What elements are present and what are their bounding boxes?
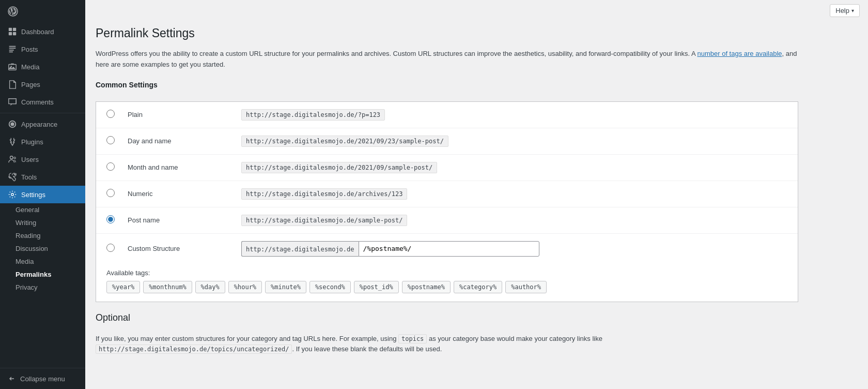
collapse-label: Collapse menu xyxy=(20,375,65,383)
permalink-option-month-and-name: Month and name http://stage.digitalesmoj… xyxy=(96,154,798,181)
appearance-icon xyxy=(8,119,17,129)
settings-icon xyxy=(8,190,17,199)
available-tags-label: Available tags: xyxy=(106,269,787,277)
tags-link[interactable]: number of tags are available xyxy=(697,50,782,57)
help-button[interactable]: Help ▾ xyxy=(830,4,860,17)
tools-icon xyxy=(8,172,17,182)
tag-hour[interactable]: %hour% xyxy=(228,281,262,293)
day-and-name-radio[interactable] xyxy=(106,136,115,144)
tag-day[interactable]: %day% xyxy=(195,281,225,293)
plain-label: Plain xyxy=(117,102,231,128)
sidebar-item-label: Users xyxy=(21,156,39,163)
day-and-name-url: http://stage.digitalesmojo.de/2021/09/23… xyxy=(241,136,448,147)
posts-icon xyxy=(8,44,17,54)
sidebar-item-dashboard[interactable]: Dashboard xyxy=(0,23,85,40)
post-name-label: Post name xyxy=(117,207,231,233)
permalink-option-post-name: Post name http://stage.digitalesmojo.de/… xyxy=(96,207,798,233)
numeric-radio[interactable] xyxy=(106,189,115,197)
post-name-radio[interactable] xyxy=(106,215,115,223)
main-content: Help ▾ Permalink Settings WordPress offe… xyxy=(85,0,868,389)
sidebar-item-appearance[interactable]: Appearance xyxy=(0,115,85,133)
submenu-item-permalinks[interactable]: Permalinks xyxy=(0,268,85,281)
svg-rect-2 xyxy=(13,28,16,31)
plugins-icon xyxy=(8,137,17,146)
sidebar-item-label: Posts xyxy=(21,46,38,53)
sidebar-item-label: Tools xyxy=(21,173,37,181)
svg-rect-1 xyxy=(9,28,12,31)
custom-structure-input[interactable] xyxy=(359,241,539,257)
sidebar-item-users[interactable]: Users xyxy=(0,151,85,168)
tag-second[interactable]: %second% xyxy=(309,281,351,293)
settings-submenu: General Writing Reading Discussion Media… xyxy=(0,203,85,294)
custom-prefix: http://stage.digitalesmojo.de xyxy=(241,241,359,257)
plain-radio[interactable] xyxy=(106,110,115,118)
post-name-url: http://stage.digitalesmojo.de/sample-pos… xyxy=(241,215,407,226)
sidebar-item-settings[interactable]: Settings xyxy=(0,186,85,203)
day-and-name-label: Day and name xyxy=(117,128,231,154)
pages-icon xyxy=(8,80,17,89)
sidebar-item-label: Comments xyxy=(21,98,54,106)
submenu-item-writing[interactable]: Writing xyxy=(0,216,85,229)
tag-postname[interactable]: %postname% xyxy=(402,281,451,293)
svg-rect-4 xyxy=(13,32,16,35)
svg-rect-5 xyxy=(9,65,16,70)
permalink-options-table: Plain http://stage.digitalesmojo.de/?p=1… xyxy=(96,102,798,264)
plain-url: http://stage.digitalesmojo.de/?p=123 xyxy=(241,109,385,121)
month-and-name-url: http://stage.digitalesmojo.de/2021/09/sa… xyxy=(241,162,437,173)
permalink-option-plain: Plain http://stage.digitalesmojo.de/?p=1… xyxy=(96,102,798,128)
month-and-name-label: Month and name xyxy=(117,154,231,181)
collapse-menu-button[interactable]: Collapse menu xyxy=(0,368,85,389)
dashboard-icon xyxy=(8,27,17,36)
sidebar-item-media[interactable]: Media xyxy=(0,58,85,76)
common-settings-section: Plain http://stage.digitalesmojo.de/?p=1… xyxy=(96,101,798,302)
submenu-item-reading[interactable]: Reading xyxy=(0,229,85,242)
tag-year[interactable]: %year% xyxy=(106,281,140,293)
optional-description: If you like, you may enter custom struct… xyxy=(96,334,798,355)
collapse-icon xyxy=(8,375,16,383)
page-content: Permalink Settings WordPress offers you … xyxy=(85,21,809,370)
svg-point-8 xyxy=(14,157,16,159)
svg-rect-3 xyxy=(9,32,12,35)
tag-author[interactable]: %author% xyxy=(505,281,547,293)
custom-label: Custom Structure xyxy=(117,233,231,264)
sidebar-item-label: Plugins xyxy=(21,138,43,146)
svg-point-9 xyxy=(11,193,14,196)
permalink-option-day-and-name: Day and name http://stage.digitalesmojo.… xyxy=(96,128,798,154)
url-inline-code: http://stage.digitalesmojo.de/topics/unc… xyxy=(96,345,292,354)
optional-title: Optional xyxy=(96,312,798,327)
permalink-option-numeric: Numeric http://stage.digitalesmojo.de/ar… xyxy=(96,181,798,207)
sidebar-item-label: Appearance xyxy=(21,121,57,128)
sidebar-item-plugins[interactable]: Plugins xyxy=(0,133,85,151)
sidebar-item-posts[interactable]: Posts xyxy=(0,40,85,58)
submenu-item-media[interactable]: Media xyxy=(0,255,85,268)
tag-minute[interactable]: %minute% xyxy=(265,281,306,293)
tag-category[interactable]: %category% xyxy=(454,281,502,293)
numeric-label: Numeric xyxy=(117,181,231,207)
custom-radio[interactable] xyxy=(106,244,115,252)
comments-icon xyxy=(8,97,17,107)
permalink-option-custom: Custom Structure http://stage.digitalesm… xyxy=(96,233,798,264)
sidebar-logo xyxy=(0,0,85,23)
tag-monthnum[interactable]: %monthnum% xyxy=(143,281,192,293)
numeric-url: http://stage.digitalesmojo.de/archives/1… xyxy=(241,188,407,200)
submenu-item-discussion[interactable]: Discussion xyxy=(0,242,85,255)
users-icon xyxy=(8,155,17,164)
tag-post-id[interactable]: %post_id% xyxy=(354,281,399,293)
tags-list: %year% %monthnum% %day% %hour% %minute% … xyxy=(106,281,787,293)
sidebar: Dashboard Posts Media Pages Comments App… xyxy=(0,0,85,389)
available-tags-section: Available tags: %year% %monthnum% %day% … xyxy=(96,264,798,302)
topics-inline-code: topics xyxy=(398,334,427,343)
wordpress-icon xyxy=(8,6,18,17)
sidebar-item-label: Media xyxy=(21,63,39,71)
top-bar: Help ▾ xyxy=(85,0,868,21)
sidebar-item-tools[interactable]: Tools xyxy=(0,168,85,186)
media-icon xyxy=(8,62,17,71)
page-title: Permalink Settings xyxy=(96,26,798,40)
submenu-item-privacy[interactable]: Privacy xyxy=(0,281,85,294)
svg-point-7 xyxy=(10,156,13,159)
submenu-item-general[interactable]: General xyxy=(0,203,85,216)
sidebar-item-pages[interactable]: Pages xyxy=(0,76,85,93)
month-and-name-radio[interactable] xyxy=(106,162,115,171)
sidebar-item-comments[interactable]: Comments xyxy=(0,93,85,111)
optional-section: Optional If you like, you may enter cust… xyxy=(96,312,798,355)
